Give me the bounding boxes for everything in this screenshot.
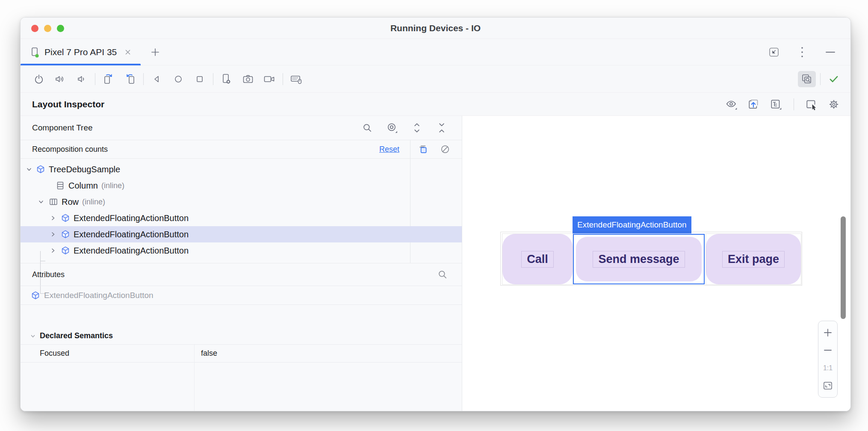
toolbar-separator (820, 73, 821, 85)
compose-node-icon (61, 246, 70, 255)
zoom-actual-size-button[interactable]: 1:1 (821, 362, 834, 375)
desktop-background: Running Devices - IO Pixel 7 Pro API 35 (0, 0, 868, 431)
settings-gear-icon[interactable] (825, 96, 843, 112)
view-options-eye-icon[interactable] (723, 96, 741, 112)
toolbar-separator (794, 98, 794, 110)
tree-node-suffix: (inline) (82, 198, 105, 207)
tree-node-treedebugsample[interactable]: TreeDebugSample (21, 161, 462, 177)
zoom-in-button[interactable] (821, 326, 834, 339)
highlight-visibility-icon[interactable] (383, 120, 401, 136)
android-home-icon[interactable] (169, 71, 187, 87)
tree-node-efab-2-selected[interactable]: ExtendedFloatingActionButton (21, 226, 462, 242)
attributes-column-divider (194, 345, 195, 411)
more-options-kebab-icon[interactable] (793, 44, 811, 60)
tree-node-row[interactable]: Row (inline) (21, 194, 462, 210)
tabbar: Pixel 7 Pro API 35 (21, 39, 850, 65)
zoom-controls: 1:1 (818, 321, 838, 398)
chevron-right-icon[interactable] (49, 214, 57, 222)
toolbar-separator (283, 73, 283, 85)
tree-node-label: Row (62, 197, 79, 207)
tree-node-suffix: (inline) (101, 181, 124, 190)
layout-inspector-toggle-icon[interactable] (798, 71, 816, 87)
call-button[interactable]: Call (502, 234, 573, 284)
tab-close-icon[interactable] (124, 49, 131, 56)
device-phone-icon (30, 47, 40, 58)
semantics-property-row[interactable]: Focused false (21, 345, 462, 363)
toolbar-separator (143, 73, 144, 85)
volume-down-icon[interactable] (73, 71, 91, 87)
attributes-search-icon[interactable] (434, 266, 452, 283)
collapse-all-icon[interactable] (433, 120, 451, 136)
fab-call-bounds: Call (502, 233, 573, 285)
selection-outline: Send message (573, 234, 705, 284)
layout-inspector-title: Layout Inspector (32, 99, 104, 109)
dock-window-icon[interactable] (765, 44, 783, 60)
fab-exit-bounds: Exit page (706, 233, 801, 285)
recomposition-counts-row: Recomposition counts Reset (21, 140, 462, 159)
tree-search-icon[interactable] (358, 120, 376, 136)
tree-node-efab-1[interactable]: ExtendedFloatingActionButton (21, 210, 462, 226)
vertical-scrollbar-thumb[interactable] (841, 216, 846, 319)
recomposition-counts-column-icon[interactable] (417, 144, 428, 155)
screen-record-icon[interactable] (260, 71, 278, 87)
screenshot-camera-icon[interactable] (239, 71, 257, 87)
toolbar-separator (213, 73, 213, 85)
tab-pixel-7-pro[interactable]: Pixel 7 Pro API 35 (21, 39, 141, 65)
component-tree-header: Component Tree (21, 116, 462, 140)
declared-semantics-title: Declared Semantics (40, 331, 113, 340)
compose-node-icon (61, 213, 70, 223)
attributes-header: Attributes (21, 263, 462, 286)
select-component-icon[interactable] (803, 96, 821, 112)
hide-toolwindow-icon[interactable] (821, 44, 839, 60)
power-button-icon[interactable] (30, 71, 48, 87)
chevron-right-icon[interactable] (49, 246, 57, 255)
send-message-button[interactable]: Send message (576, 237, 702, 281)
attributes-component-name: ExtendedFloatingActionButton (44, 291, 154, 300)
rotate-right-icon[interactable] (121, 71, 139, 87)
main-content: Component Tree Reco (21, 116, 850, 411)
layout-inspector-header: Layout Inspector (21, 93, 850, 116)
expand-all-icon[interactable] (408, 120, 426, 136)
selection-tag: ExtendedFloatingActionButton (573, 216, 691, 233)
column-layout-icon (56, 181, 65, 190)
chevron-down-icon[interactable] (37, 198, 45, 206)
component-tree-panel: Component Tree Reco (21, 116, 462, 411)
chevron-right-icon[interactable] (49, 230, 57, 239)
android-back-icon[interactable] (148, 71, 166, 87)
android-overview-icon[interactable] (191, 71, 209, 87)
attributes-title: Attributes (32, 270, 65, 279)
hide-system-nodes-icon[interactable] (440, 144, 451, 155)
toolbar-separator (95, 73, 95, 85)
volume-up-icon[interactable] (51, 71, 69, 87)
tab-label: Pixel 7 Pro API 35 (44, 47, 117, 57)
compose-node-icon (61, 230, 70, 239)
toggle-deep-inspect-icon[interactable] (745, 96, 763, 112)
tree-node-column[interactable]: Column (inline) (21, 177, 462, 194)
zoom-to-fit-icon[interactable] (821, 379, 834, 392)
exit-page-button[interactable]: Exit page (706, 234, 801, 284)
window-title: Running Devices - IO (21, 18, 850, 39)
rotate-left-icon[interactable] (100, 71, 118, 87)
exit-page-button-label: Exit page (722, 251, 785, 268)
property-name: Focused (21, 349, 194, 358)
apply-check-icon[interactable] (825, 71, 843, 87)
attributes-component-row: ExtendedFloatingActionButton (21, 286, 462, 305)
property-value: false (194, 349, 217, 358)
compose-node-icon (31, 291, 40, 300)
component-tree-title: Component Tree (32, 123, 93, 133)
running-devices-window: Running Devices - IO Pixel 7 Pro API 35 (20, 17, 851, 411)
declared-semantics-header[interactable]: Declared Semantics (21, 328, 462, 345)
new-tab-button[interactable] (147, 44, 163, 60)
hardware-input-icon[interactable] (287, 71, 305, 87)
chevron-down-icon[interactable] (29, 332, 37, 340)
tree-node-label: TreeDebugSample (49, 165, 120, 174)
compose-node-icon (36, 165, 45, 174)
zoom-out-button[interactable] (821, 344, 834, 357)
tree-node-efab-3[interactable]: ExtendedFloatingActionButton (21, 242, 462, 259)
send-message-button-label: Send message (593, 251, 685, 268)
device-mirror-panel: ExtendedFloatingActionButton Call Send m… (463, 116, 850, 411)
reset-counts-link[interactable]: Reset (379, 145, 399, 154)
tree-view-options-icon[interactable] (767, 96, 785, 112)
device-settings-icon[interactable] (218, 71, 236, 87)
chevron-down-icon[interactable] (25, 165, 33, 174)
